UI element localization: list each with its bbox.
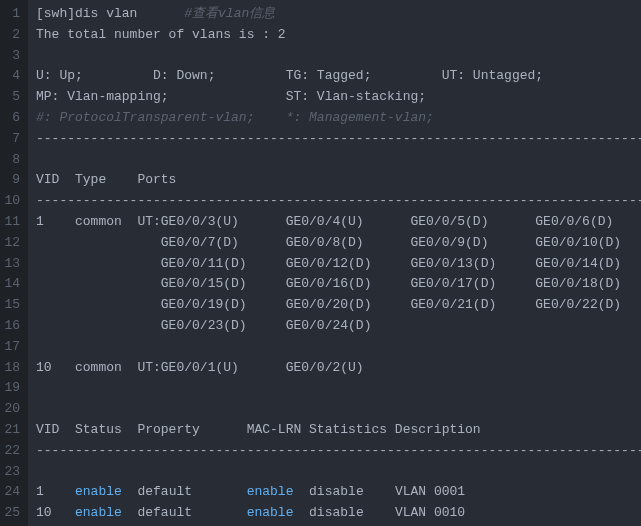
- code-line: 10 enable default enable disable VLAN 00…: [36, 503, 641, 524]
- line-number: 16: [4, 316, 20, 337]
- line-number: 2: [4, 25, 20, 46]
- line-number: 6: [4, 108, 20, 129]
- code-line: #: ProtocolTransparent-vlan; *: Manageme…: [36, 108, 641, 129]
- code-token: GE0/0/11(D) GE0/0/12(D) GE0/0/13(D) GE0/…: [36, 256, 621, 271]
- code-line: GE0/0/11(D) GE0/0/12(D) GE0/0/13(D) GE0/…: [36, 254, 641, 275]
- code-token: [swh]dis vlan: [36, 6, 184, 21]
- code-line: VID Type Ports: [36, 170, 641, 191]
- code-line: [swh]dis vlan #查看vlan信息: [36, 4, 641, 25]
- code-token: GE0/0/15(D) GE0/0/16(D) GE0/0/17(D) GE0/…: [36, 276, 621, 291]
- line-number: 20: [4, 399, 20, 420]
- code-line: 1 common UT:GE0/0/3(U) GE0/0/4(U) GE0/0/…: [36, 212, 641, 233]
- line-number: 24: [4, 482, 20, 503]
- code-line: GE0/0/23(D) GE0/0/24(D): [36, 316, 641, 337]
- code-editor: 1234567891011121314151617181920212223242…: [0, 0, 641, 526]
- line-number: 5: [4, 87, 20, 108]
- code-line: GE0/0/7(D) GE0/0/8(D) GE0/0/9(D) GE0/0/1…: [36, 233, 641, 254]
- line-number: 22: [4, 441, 20, 462]
- code-token: GE0/0/19(D) GE0/0/20(D) GE0/0/21(D) GE0/…: [36, 297, 621, 312]
- line-number: 11: [4, 212, 20, 233]
- code-token: U: Up; D: Down; TG: Tagged; UT: Untagged…: [36, 68, 543, 83]
- code-line: ----------------------------------------…: [36, 129, 641, 150]
- line-number: 7: [4, 129, 20, 150]
- code-token: The total number of vlans is : 2: [36, 27, 286, 42]
- code-line: [36, 378, 641, 399]
- code-token: ----------------------------------------…: [36, 443, 641, 458]
- code-line: [36, 46, 641, 67]
- code-line: VID Status Property MAC-LRN Statistics D…: [36, 420, 641, 441]
- code-line: [36, 150, 641, 171]
- code-token: VID Type Ports: [36, 172, 176, 187]
- code-token: GE0/0/7(D) GE0/0/8(D) GE0/0/9(D) GE0/0/1…: [36, 235, 621, 250]
- code-token: disable VLAN 0001: [293, 484, 465, 499]
- code-token: disable VLAN 0010: [293, 505, 465, 520]
- code-line: GE0/0/15(D) GE0/0/16(D) GE0/0/17(D) GE0/…: [36, 274, 641, 295]
- code-line: GE0/0/19(D) GE0/0/20(D) GE0/0/21(D) GE0/…: [36, 295, 641, 316]
- code-token: GE0/0/23(D) GE0/0/24(D): [36, 318, 371, 333]
- code-line: [36, 399, 641, 420]
- code-line: [36, 462, 641, 483]
- code-token: 1: [36, 484, 75, 499]
- code-token: enable: [247, 484, 294, 499]
- line-number: 18: [4, 358, 20, 379]
- line-number: 8: [4, 150, 20, 171]
- line-number: 21: [4, 420, 20, 441]
- code-line: MP: Vlan-mapping; ST: Vlan-stacking;: [36, 87, 641, 108]
- code-token: #: ProtocolTransparent-vlan; *: Manageme…: [36, 110, 434, 125]
- code-token: enable: [75, 484, 122, 499]
- line-number: 1: [4, 4, 20, 25]
- line-number: 12: [4, 233, 20, 254]
- code-area[interactable]: [swh]dis vlan #查看vlan信息The total number …: [28, 0, 641, 526]
- code-line: U: Up; D: Down; TG: Tagged; UT: Untagged…: [36, 66, 641, 87]
- code-token: default: [122, 484, 247, 499]
- code-token: VID Status Property MAC-LRN Statistics D…: [36, 422, 481, 437]
- line-number: 17: [4, 337, 20, 358]
- code-token: enable: [247, 505, 294, 520]
- code-token: ----------------------------------------…: [36, 193, 641, 208]
- line-number: 19: [4, 378, 20, 399]
- line-number-gutter: 1234567891011121314151617181920212223242…: [0, 0, 28, 526]
- line-number: 10: [4, 191, 20, 212]
- line-number: 15: [4, 295, 20, 316]
- code-token: 10 common UT:GE0/0/1(U) GE0/0/2(U): [36, 360, 364, 375]
- code-line: The total number of vlans is : 2: [36, 25, 641, 46]
- code-token: 10: [36, 505, 75, 520]
- code-line: ----------------------------------------…: [36, 441, 641, 462]
- code-token: enable: [75, 505, 122, 520]
- line-number: 4: [4, 66, 20, 87]
- line-number: 13: [4, 254, 20, 275]
- code-line: 1 enable default enable disable VLAN 000…: [36, 482, 641, 503]
- line-number: 3: [4, 46, 20, 67]
- code-token: default: [122, 505, 247, 520]
- code-line: 10 common UT:GE0/0/1(U) GE0/0/2(U): [36, 358, 641, 379]
- code-line: ----------------------------------------…: [36, 191, 641, 212]
- code-token: MP: Vlan-mapping; ST: Vlan-stacking;: [36, 89, 426, 104]
- line-number: 25: [4, 503, 20, 524]
- line-number: 23: [4, 462, 20, 483]
- line-number: 14: [4, 274, 20, 295]
- code-token: #查看vlan信息: [184, 6, 275, 21]
- code-token: ----------------------------------------…: [36, 131, 641, 146]
- code-token: 1 common UT:GE0/0/3(U) GE0/0/4(U) GE0/0/…: [36, 214, 613, 229]
- code-line: [36, 337, 641, 358]
- line-number: 9: [4, 170, 20, 191]
